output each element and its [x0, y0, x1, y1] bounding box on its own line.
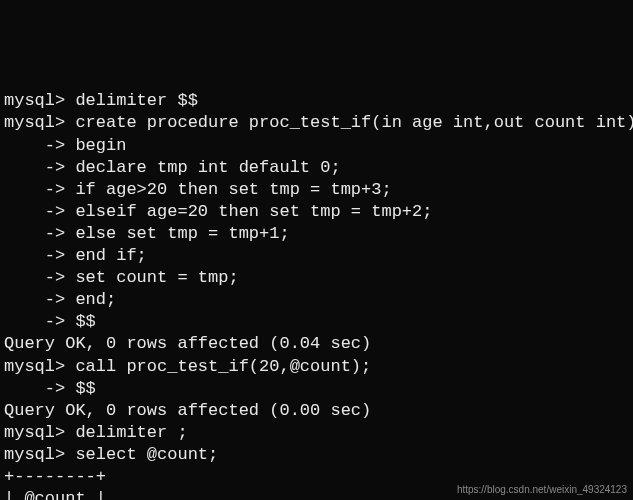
- terminal-line: Query OK, 0 rows affected (0.04 sec): [4, 333, 629, 355]
- terminal-line: -> elseif age=20 then set tmp = tmp+2;: [4, 201, 629, 223]
- terminal-line: -> declare tmp int default 0;: [4, 157, 629, 179]
- terminal-line: -> $$: [4, 311, 629, 333]
- terminal-line: mysql> call proc_test_if(20,@count);: [4, 356, 629, 378]
- terminal-line: -> set count = tmp;: [4, 267, 629, 289]
- terminal-line: -> else set tmp = tmp+1;: [4, 223, 629, 245]
- terminal-output: mysql> delimiter $$mysql> create procedu…: [4, 90, 629, 500]
- terminal-line: -> begin: [4, 135, 629, 157]
- terminal-line: mysql> delimiter ;: [4, 422, 629, 444]
- terminal-line: Query OK, 0 rows affected (0.00 sec): [4, 400, 629, 422]
- terminal-line: -> end;: [4, 289, 629, 311]
- terminal-line: -> $$: [4, 378, 629, 400]
- terminal-line: mysql> delimiter $$: [4, 90, 629, 112]
- terminal-line: mysql> select @count;: [4, 444, 629, 466]
- watermark-text: https://blog.csdn.net/weixin_49324123: [457, 483, 627, 496]
- terminal-line: mysql> create procedure proc_test_if(in …: [4, 112, 629, 134]
- terminal-line: -> if age>20 then set tmp = tmp+3;: [4, 179, 629, 201]
- terminal-line: -> end if;: [4, 245, 629, 267]
